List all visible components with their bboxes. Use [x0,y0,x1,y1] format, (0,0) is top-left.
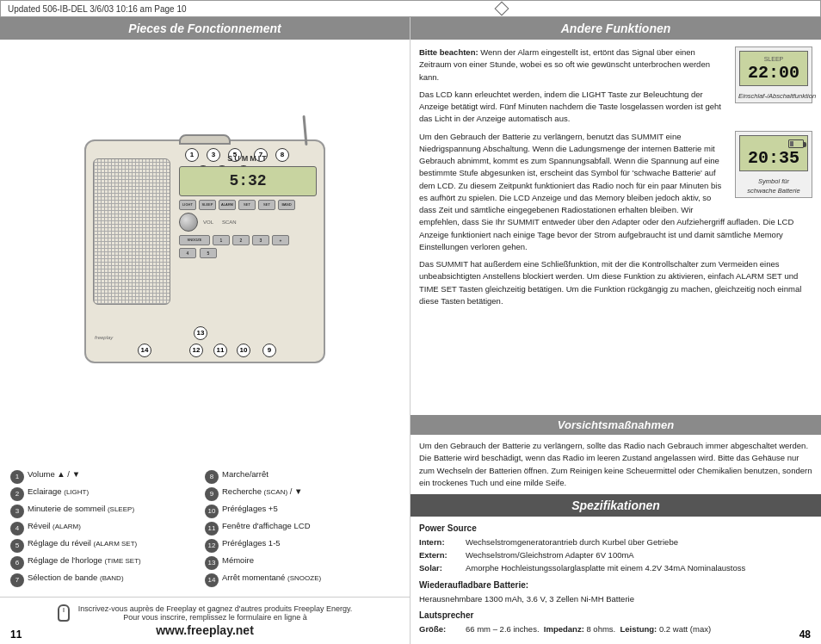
spec-row-extern: Extern: Wechselstrom/Gleichstrom Adapter… [419,548,812,561]
inset-screen-2: 20:35 [739,135,808,171]
spec-group-speaker: Lautsprecher Größe: 66 mm – 2.6 inches. … [419,609,812,635]
label-num-11: 11 [205,522,219,536]
label-num-6: 6 [10,556,24,570]
spec-group-battery: Wiederaufladbare Batterie: Herausnehmbar… [419,579,812,605]
footer-lines: Inscrivez-vous auprès de Freeplay et gag… [78,604,353,622]
inset-display-2: 20:35 Symbol fürschwache Batterie [735,131,812,199]
label-item-13: 13 Mémoire [205,555,399,570]
mouse-icon [58,604,70,622]
label-item-4: 4 Réveil (alarm) [10,521,205,536]
device-controls: SUMMIT 5:32 LIGHT SLEEP ALARM SET SET BA… [179,154,317,258]
right-panel: Andere Funktionen SLEEP 22:00 Einschlaf-… [410,17,821,644]
top-center [190,3,813,14]
spec-row-battery: Herausnehmbare 1300 mAh, 3.6 V, 3 Zellen… [419,592,812,605]
buttons-row-1: LIGHT SLEEP ALARM SET SET BAND [179,200,317,210]
label-num-5: 5 [10,539,24,553]
btn-3: 3 [252,235,269,245]
text-section: SLEEP 22:00 Einschlaf-/Abschaltfunktion … [410,40,821,415]
spec-value-intern: Wechselstromgeneratorantrieb durch Kurbe… [466,536,678,548]
label-item-11: 11 Fenêtre d'affichage LCD [205,521,399,536]
label-item-2: 2 Eclairage (light) [10,486,205,501]
label-num-4: 4 [10,522,24,536]
spec-value-battery: Herausnehmbare 1300 mAh, 3.6 V, 3 Zellen… [419,592,634,605]
btn-plus: + [272,235,289,245]
label-item-1: 1 Volume ▲ / ▼ [10,469,205,484]
spec-row-intern: Intern: Wechselstromgeneratorantrieb dur… [419,536,812,548]
label-item-9: 9 Recherche (scan) / ▼ [205,486,399,501]
num-10: 10 [237,344,250,357]
spec-leistung-label: Leistung: [620,624,657,634]
scan-label: SCAN [222,220,237,225]
page-num-left: 11 [10,629,22,641]
label-text-1: Volume ▲ / ▼ [28,469,80,480]
label-num-12: 12 [205,539,219,553]
spec-impedanz-label: Impedanz: [544,624,584,634]
page-num-right: 48 [799,629,811,641]
btn-5: 5 [200,248,217,258]
left-panel: Pieces de Fonctionnement 1 3 5 7 8 2 4 6… [0,17,410,644]
spec-value-extern: Wechselstrom/Gleichstrom Adapter 6V 100m… [466,548,634,561]
spec-title-power: Power Source [419,522,812,536]
right-section-header: Andere Funktionen [410,17,821,40]
label-text-7: Sélection de bande (band) [28,573,124,583]
num-9: 9 [262,344,276,357]
top-bar-text: Updated 506-IB-DEL 3/6/03 10:16 am Page … [8,4,187,14]
label-text-5: Réglage du réveil (alarm set) [28,538,137,548]
num-12: 12 [189,344,203,357]
label-text-8: Marche/arrêt [222,469,269,480]
battery-symbol [788,139,804,148]
buttons-row-2: SNOOZE 1 2 3 + [179,235,317,245]
btn-set2: SET [258,200,275,210]
footer-website[interactable]: www.freeplay.net [10,623,399,637]
footer-row: Inscrivez-vous auprès de Freeplay et gag… [10,604,399,622]
speaker-grille [93,158,170,305]
spec-value-speaker: 66 mm – 2.6 inches. Impedanz: 8 ohms. Le… [466,622,711,635]
num-13: 13 [194,326,207,340]
inset-time-2: 20:35 [744,150,804,167]
knob-row: VOL SCAN [179,213,317,232]
inset-time-1: 22:00 [744,65,804,82]
battery-symbol-container [744,139,804,148]
label-item-10: 10 Préréglages +5 [205,504,399,518]
freeplay-brand: freeplay [95,335,113,340]
label-item-12: 12 Préréglages 1-5 [205,538,399,553]
top-bar: Updated 506-IB-DEL 3/6/03 10:16 am Page … [0,0,821,17]
btn-2: 2 [232,235,250,245]
para-4: Das SUMMIT hat außerdem eine Schließfunk… [419,258,812,307]
spez-section: Spezifikationen Power Source Intern: Wec… [410,494,821,644]
vorsicht-section: Vorsichtsmaßnahmen Um den Gebrauch der B… [410,415,821,494]
num-11: 11 [213,344,227,357]
spec-row-solar: Solar: Amorphe Hochleistungssolarglaspla… [419,561,812,574]
spec-label-intern: Intern: [419,536,462,548]
labels-section: 1 Volume ▲ / ▼ 2 Eclairage (light) 3 Min… [0,462,410,597]
para-1-bold: Bitte beachten: [419,47,478,57]
spec-label-solar: Solar: [419,561,462,574]
spec-label-extern: Extern: [419,548,462,561]
spec-group-power: Power Source Intern: Wechselstromgenerat… [419,522,812,575]
inset-display-1: SLEEP 22:00 Einschlaf-/Abschaltfunktion [735,46,812,103]
btn-1: 1 [213,235,230,245]
vol-knob [179,213,198,232]
label-item-7: 7 Sélection de bande (band) [10,573,205,587]
btn-light: LIGHT [179,200,196,210]
spez-header: Spezifikationen [410,494,821,517]
label-text-11: Fenêtre d'affichage LCD [222,521,311,531]
spec-label-grosse: Größe: [419,622,462,635]
label-num-10: 10 [205,505,219,518]
label-text-13: Mémoire [222,555,254,566]
label-text-3: Minuterie de sommeil (sleep) [28,504,134,514]
vol-label: VOL [203,220,213,225]
device-illustration: 1 3 5 7 8 2 4 6 13 14 12 11 10 9 SUMMIT … [0,40,410,462]
battery-tip [804,142,806,147]
main-content: Pieces de Fonctionnement 1 3 5 7 8 2 4 6… [0,17,821,644]
label-num-1: 1 [10,470,24,484]
inset-caption-2: Symbol fürschwache Batterie [736,175,812,198]
btn-alarm: ALARM [219,200,236,210]
device-display: 5:32 [179,166,317,196]
label-text-2: Eclairage (light) [28,486,89,497]
num-14: 14 [138,344,151,357]
label-text-4: Réveil (alarm) [28,521,81,531]
antenna [302,115,307,145]
inset-screen-1: SLEEP 22:00 [739,51,808,86]
label-item-8: 8 Marche/arrêt [205,469,399,484]
